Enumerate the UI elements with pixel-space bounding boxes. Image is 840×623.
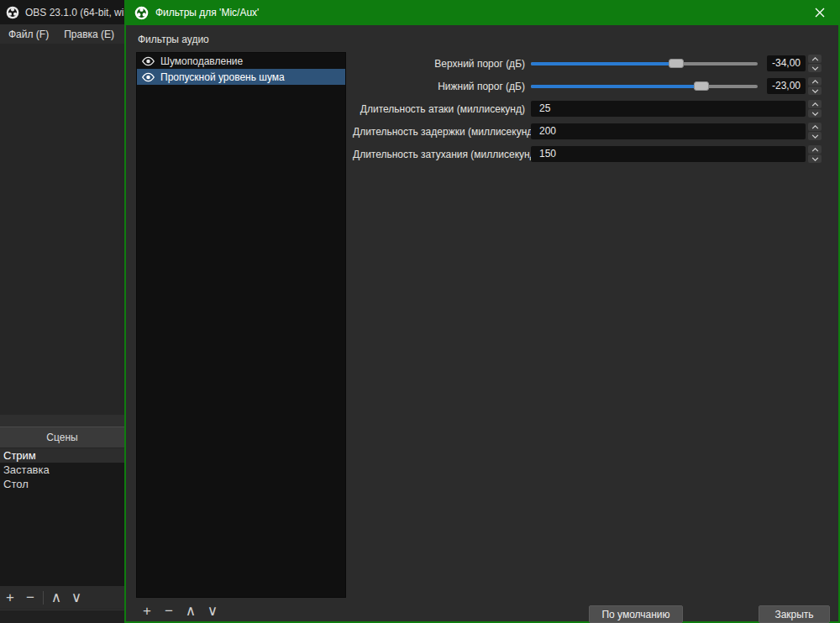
main-window-title: OBS 23.1.0 (64-bit, wind <box>25 7 124 18</box>
slider-handle[interactable] <box>694 81 709 91</box>
dock-splitter[interactable] <box>0 415 124 427</box>
scene-item[interactable]: Заставка <box>0 463 124 477</box>
move-filter-down-icon[interactable]: ∨ <box>202 603 223 620</box>
setting-row-close-threshold: Нижний порог (дБ) -23,00 <box>353 78 828 94</box>
scenes-dock-header[interactable]: Сцены <box>0 427 124 448</box>
audio-filters-header: Фильтры аудио <box>138 34 209 45</box>
menu-edit[interactable]: Правка (E) <box>58 27 120 42</box>
visibility-eye-icon[interactable] <box>141 72 155 82</box>
spinner <box>808 145 822 163</box>
close-button[interactable]: Закрыть <box>759 605 830 623</box>
slider-fill <box>531 62 676 65</box>
filters-dialog: Фильтры для 'Mic/Aux' Фильтры аудио Шумо… <box>124 0 840 623</box>
slider-fill <box>531 85 701 88</box>
filter-list: Шумоподавление Пропускной уровень шума <box>136 52 346 598</box>
dialog-titlebar: Фильтры для 'Mic/Aux' <box>126 0 838 25</box>
spinner-up-icon[interactable] <box>808 123 822 131</box>
setting-row-release-time: Длительность затухания (миллисекунд) 150 <box>353 146 828 162</box>
dialog-buttons: По умолчанию Закрыть <box>589 605 830 623</box>
spinner-up-icon[interactable] <box>808 77 822 86</box>
dialog-title: Фильтры для 'Mic/Aux' <box>155 7 259 18</box>
filter-list-toolbar: + − ∧ ∨ <box>136 603 223 620</box>
add-filter-icon[interactable]: + <box>136 603 158 620</box>
spinner-down-icon[interactable] <box>808 132 822 140</box>
menu-file[interactable]: Файл (F) <box>3 27 55 42</box>
spinner <box>808 123 822 140</box>
spinner-up-icon[interactable] <box>808 145 822 154</box>
main-statusbar <box>0 610 124 623</box>
attack-time-input[interactable]: 25 <box>531 101 806 117</box>
spinner-down-icon[interactable] <box>808 86 822 95</box>
spinner-up-icon[interactable] <box>808 55 822 63</box>
setting-label: Нижний порог (дБ) <box>353 81 531 92</box>
setting-label: Длительность атаки (миллисекунд) <box>353 103 531 115</box>
spinner-down-icon[interactable] <box>808 64 822 72</box>
close-icon[interactable] <box>801 0 838 25</box>
obs-main-window: OBS 23.1.0 (64-bit, wind Файл (F) Правка… <box>0 0 124 623</box>
open-threshold-value[interactable]: -34,00 <box>767 55 806 71</box>
main-menubar: Файл (F) Правка (E) Ви <box>0 24 124 44</box>
move-scene-down-icon[interactable]: ∨ <box>66 589 87 606</box>
close-threshold-value[interactable]: -23,00 <box>767 78 806 94</box>
setting-row-attack-time: Длительность атаки (миллисекунд) 25 <box>353 101 828 117</box>
dialog-body: Фильтры аудио Шумоподавление <box>126 25 838 621</box>
setting-label: Длительность затухания (миллисекунд) <box>353 149 531 160</box>
spinner-up-icon[interactable] <box>808 100 822 108</box>
filter-name: Пропускной уровень шума <box>160 71 285 83</box>
remove-scene-icon[interactable]: − <box>20 589 40 606</box>
setting-row-open-threshold: Верхний порог (дБ) -34,00 <box>353 55 828 71</box>
spinner <box>808 55 822 72</box>
slider-handle[interactable] <box>669 59 684 68</box>
setting-label: Верхний порог (дБ) <box>353 58 531 70</box>
filter-item-noise-gate[interactable]: Пропускной уровень шума <box>137 69 345 85</box>
scene-item[interactable]: Стол <box>0 477 124 491</box>
filter-settings: Верхний порог (дБ) -34,00 Нижн <box>353 55 828 169</box>
obs-logo-icon <box>134 6 149 20</box>
add-scene-icon[interactable]: + <box>0 589 20 606</box>
visibility-eye-icon[interactable] <box>141 56 155 66</box>
open-threshold-slider[interactable] <box>531 55 758 71</box>
remove-filter-icon[interactable]: − <box>158 603 180 620</box>
scenes-toolbar: + − ∧ ∨ <box>0 586 124 609</box>
close-threshold-slider[interactable] <box>531 78 758 94</box>
scenes-list: Стрим Заставка Стол <box>0 448 124 586</box>
move-filter-up-icon[interactable]: ∧ <box>180 603 202 620</box>
setting-label: Длительность задержки (миллисекунд) <box>353 126 531 138</box>
filter-name: Шумоподавление <box>160 55 243 67</box>
scene-item[interactable]: Стрим <box>0 448 124 463</box>
release-time-input[interactable]: 150 <box>531 146 806 162</box>
toolbar-separator <box>43 591 44 605</box>
spinner-down-icon[interactable] <box>808 154 822 163</box>
move-scene-up-icon[interactable]: ∧ <box>46 589 66 606</box>
filter-item-noise-suppression[interactable]: Шумоподавление <box>137 53 345 69</box>
spinner <box>808 100 822 118</box>
spinner <box>808 77 822 95</box>
obs-logo-icon <box>6 6 19 19</box>
defaults-button[interactable]: По умолчанию <box>589 605 683 623</box>
setting-row-hold-time: Длительность задержки (миллисекунд) 200 <box>353 123 828 139</box>
spinner-down-icon[interactable] <box>808 109 822 118</box>
main-titlebar: OBS 23.1.0 (64-bit, wind <box>0 0 124 24</box>
preview-area <box>0 44 124 415</box>
hold-time-input[interactable]: 200 <box>531 123 806 139</box>
